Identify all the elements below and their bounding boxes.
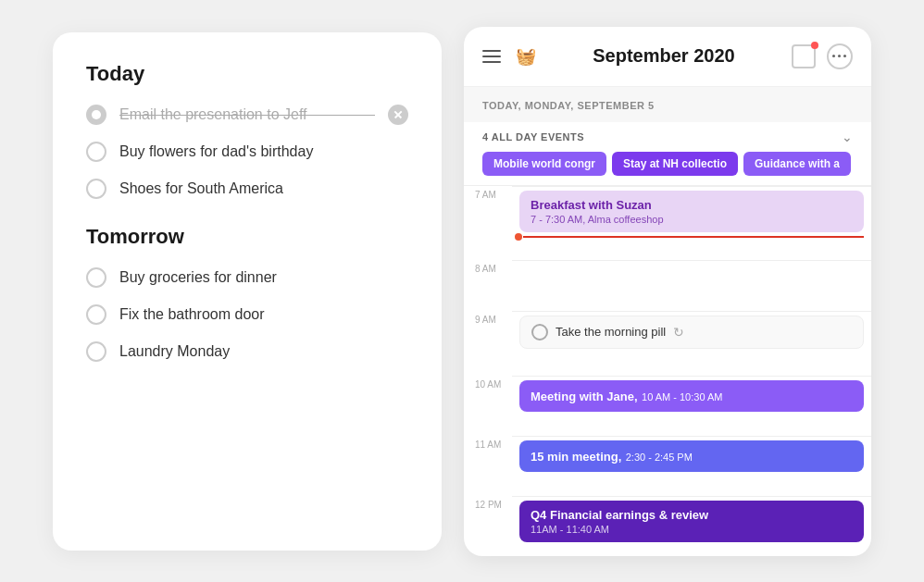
all-day-events: Mobile world congr Stay at NH collectio … bbox=[482, 152, 853, 176]
event-breakfast[interactable]: Breakfast with Suzan 7 - 7:30 AM, Alma c… bbox=[519, 191, 864, 232]
all-day-header: 4 ALL DAY EVENTS ⌄ bbox=[482, 130, 853, 144]
timeslot-12pm: 12 PM Q4 Financial earnings & review 11A… bbox=[464, 496, 871, 556]
timeline: 7 AM Breakfast with Suzan 7 - 7:30 AM, A… bbox=[464, 186, 871, 556]
all-day-event-1[interactable]: Mobile world congr bbox=[482, 152, 606, 176]
time-label-9am: 9 AM bbox=[464, 311, 512, 376]
event-meeting-jane-title: Meeting with Jane, 10 AM - 10:30 AM bbox=[531, 388, 853, 404]
time-line-8am bbox=[512, 260, 871, 311]
time-line-10am: Meeting with Jane, 10 AM - 10:30 AM bbox=[512, 376, 871, 436]
todo-text-2: Shoes for South America bbox=[119, 180, 283, 197]
event-q4-title: Q4 Financial earnings & review bbox=[531, 508, 853, 522]
time-line-12pm: Q4 Financial earnings & review 11AM - 11… bbox=[512, 496, 871, 556]
event-time-text: 10 AM - 10:30 AM bbox=[642, 391, 722, 402]
all-day-event-3[interactable]: Guidance with a bbox=[743, 152, 851, 176]
timeslot-9am: 9 AM Take the morning pill ↻ bbox=[464, 311, 871, 376]
completed-todo-item: Email the presenation to Jeff bbox=[86, 105, 408, 125]
task-morning-pill[interactable]: Take the morning pill ↻ bbox=[519, 316, 864, 349]
event-15min-meeting[interactable]: 15 min meeting, 2:30 - 2:45 PM bbox=[519, 440, 864, 472]
event-breakfast-subtitle: 7 - 7:30 AM, Alma coffeeshop bbox=[531, 214, 853, 225]
time-label-11am: 11 AM bbox=[464, 436, 512, 496]
all-day-event-2[interactable]: Stay at NH collectio bbox=[612, 152, 738, 176]
hamburger-line-2 bbox=[482, 56, 501, 57]
timeslot-7am: 7 AM Breakfast with Suzan 7 - 7:30 AM, A… bbox=[464, 186, 871, 260]
todo-checkbox-5[interactable] bbox=[86, 341, 106, 362]
date-label: TODAY, MONDAY, SEPTEMBER 5 bbox=[482, 100, 655, 111]
task-label: Take the morning pill bbox=[556, 325, 666, 339]
completed-text-wrapper: Email the presenation to Jeff bbox=[119, 106, 375, 123]
todo-item-5: Laundry Monday bbox=[86, 341, 408, 362]
calendar-title: September 2020 bbox=[593, 45, 734, 67]
event-q4-financial[interactable]: Q4 Financial earnings & review 11AM - 11… bbox=[519, 501, 864, 542]
todo-checkbox-3[interactable] bbox=[86, 267, 106, 288]
time-label-8am: 8 AM bbox=[464, 260, 512, 311]
todo-item-3: Buy groceries for dinner bbox=[86, 267, 408, 288]
todo-checkbox-4[interactable] bbox=[86, 304, 106, 325]
more-dot-3 bbox=[843, 55, 846, 57]
basket-icon[interactable]: 🧺 bbox=[516, 46, 536, 67]
current-time-dot bbox=[515, 233, 522, 241]
event-title-text: Meeting with Jane, bbox=[531, 390, 638, 403]
delete-button[interactable] bbox=[388, 105, 408, 125]
timeslot-10am: 10 AM Meeting with Jane, 10 AM - 10:30 A… bbox=[464, 376, 871, 436]
refresh-icon: ↻ bbox=[673, 325, 684, 340]
event-breakfast-title: Breakfast with Suzan bbox=[531, 198, 853, 212]
time-label-10am: 10 AM bbox=[464, 376, 512, 436]
event-15min-title-text: 15 min meeting, bbox=[531, 450, 621, 464]
date-bar: TODAY, MONDAY, SEPTEMBER 5 bbox=[464, 87, 871, 122]
time-line-9am: Take the morning pill ↻ bbox=[512, 311, 871, 376]
todo-text-1: Buy flowers for dad's birthday bbox=[119, 143, 313, 160]
more-dot-1 bbox=[832, 55, 835, 57]
timeslot-11am: 11 AM 15 min meeting, 2:30 - 2:45 PM bbox=[464, 436, 871, 496]
more-dot-2 bbox=[838, 55, 841, 57]
strikethrough-line bbox=[119, 115, 375, 116]
hamburger-line-3 bbox=[482, 61, 501, 63]
notification-button[interactable] bbox=[792, 44, 816, 68]
event-q4-subtitle: 11AM - 11:40 AM bbox=[531, 524, 853, 535]
header-right-icons bbox=[792, 43, 853, 69]
todo-text-3: Buy groceries for dinner bbox=[119, 269, 277, 286]
hamburger-line-1 bbox=[482, 50, 501, 52]
time-label-7am: 7 AM bbox=[464, 186, 512, 260]
todo-item-2: Shoes for South America bbox=[86, 179, 408, 199]
more-options-button[interactable] bbox=[827, 43, 853, 69]
calendar-header: 🧺 September 2020 bbox=[464, 27, 871, 87]
tomorrow-heading: Tomorrow bbox=[86, 225, 408, 249]
all-day-label: 4 ALL DAY EVENTS bbox=[482, 131, 584, 142]
menu-icon[interactable] bbox=[482, 50, 501, 63]
time-label-12pm: 12 PM bbox=[464, 496, 512, 556]
notification-dot bbox=[811, 42, 818, 49]
todo-text-5: Laundry Monday bbox=[119, 343, 230, 360]
time-line-7am: Breakfast with Suzan 7 - 7:30 AM, Alma c… bbox=[512, 186, 871, 260]
todo-item-1: Buy flowers for dad's birthday bbox=[86, 142, 408, 162]
timeslot-8am: 8 AM bbox=[464, 260, 871, 311]
todo-item-4: Fix the bathroom door bbox=[86, 304, 408, 325]
current-time-line bbox=[523, 236, 864, 238]
task-checkbox[interactable] bbox=[531, 324, 548, 341]
event-15min-time-text: 2:30 - 2:45 PM bbox=[626, 452, 693, 463]
event-meeting-jane[interactable]: Meeting with Jane, 10 AM - 10:30 AM bbox=[519, 380, 864, 412]
completed-checkbox[interactable] bbox=[86, 105, 106, 125]
time-line-11am: 15 min meeting, 2:30 - 2:45 PM bbox=[512, 436, 871, 496]
current-time-indicator bbox=[519, 236, 864, 238]
event-15min-title: 15 min meeting, 2:30 - 2:45 PM bbox=[531, 448, 853, 464]
todo-checkbox-2[interactable] bbox=[86, 179, 106, 199]
todo-text-4: Fix the bathroom door bbox=[119, 306, 265, 323]
today-heading: Today bbox=[86, 62, 408, 86]
chevron-down-icon[interactable]: ⌄ bbox=[842, 130, 853, 144]
todo-panel: Today Email the presenation to Jeff Buy … bbox=[53, 32, 442, 551]
header-left-icons: 🧺 bbox=[482, 46, 536, 67]
todo-checkbox-1[interactable] bbox=[86, 142, 106, 162]
calendar-panel: 🧺 September 2020 TODAY, MONDAY, SEPTEMBE… bbox=[464, 27, 871, 556]
all-day-section: 4 ALL DAY EVENTS ⌄ Mobile world congr St… bbox=[464, 122, 871, 186]
